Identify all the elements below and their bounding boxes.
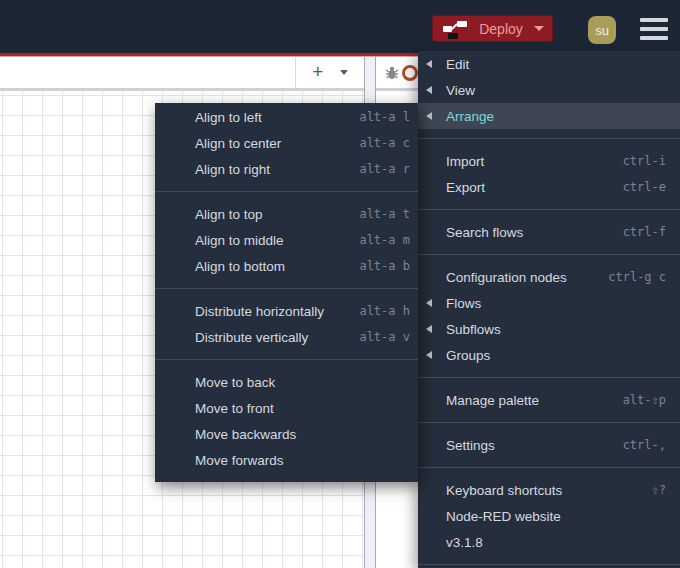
app-header: Deploy su xyxy=(0,0,680,53)
menu-item-arrange[interactable]: Arrange xyxy=(418,103,680,129)
menu-item-align-to-top[interactable]: Align to topalt-a t xyxy=(155,201,418,227)
deploy-options-chevron-icon[interactable] xyxy=(534,26,544,31)
submenu-left-arrow-icon xyxy=(426,325,432,333)
menu-item-view[interactable]: View xyxy=(418,77,680,103)
menu-item-label: Groups xyxy=(446,348,666,363)
debug-tab-icon[interactable] xyxy=(384,65,400,81)
menu-item-label: Align to top xyxy=(195,207,359,222)
user-avatar[interactable]: su xyxy=(588,16,616,44)
menu-item-configuration-nodes[interactable]: Configuration nodesctrl-g c xyxy=(418,264,680,290)
hamburger-bar xyxy=(640,27,668,31)
menu-item-label: Arrange xyxy=(446,109,666,124)
menu-item-shortcut: alt-a h xyxy=(359,304,410,318)
hamburger-bar xyxy=(640,36,668,40)
menu-section: Settingsctrl-, xyxy=(418,423,680,468)
menu-item-edit[interactable]: Edit xyxy=(418,51,680,77)
menu-item-shortcut: ctrl-, xyxy=(623,438,666,452)
menu-item-shortcut: alt-a c xyxy=(359,136,410,150)
menu-item-shortcut: alt-a t xyxy=(359,207,410,221)
menu-item-shortcut: alt-a b xyxy=(359,259,410,273)
menu-section: Align to topalt-a tAlign to middlealt-a … xyxy=(155,192,418,289)
menu-section: EditViewArrange xyxy=(418,51,680,139)
menu-item-shortcut: alt-⇧p xyxy=(623,393,666,407)
menu-item-align-to-left[interactable]: Align to leftalt-a l xyxy=(155,104,418,130)
menu-item-label: Search flows xyxy=(446,225,623,240)
menu-item-import[interactable]: Importctrl-i xyxy=(418,148,680,174)
submenu-left-arrow-icon xyxy=(426,86,432,94)
submenu-left-arrow-icon xyxy=(426,299,432,307)
menu-item-groups[interactable]: Groups xyxy=(418,342,680,368)
menu-item-settings[interactable]: Settingsctrl-, xyxy=(418,432,680,458)
menu-item-distribute-vertically[interactable]: Distribute verticallyalt-a v xyxy=(155,324,418,350)
menu-section: Move to backMove to frontMove backwardsM… xyxy=(155,360,418,482)
main-menu-button[interactable] xyxy=(640,18,668,40)
menu-item-shortcut: ctrl-g c xyxy=(608,270,666,284)
menu-item-keyboard-shortcuts[interactable]: Keyboard shortcuts⇧? xyxy=(418,477,680,503)
menu-item-label: Move forwards xyxy=(195,453,410,468)
submenu-left-arrow-icon xyxy=(426,60,432,68)
menu-item-shortcut: ⇧? xyxy=(652,483,666,497)
menu-item-align-to-center[interactable]: Align to centeralt-a c xyxy=(155,130,418,156)
menu-section: Align to leftalt-a lAlign to centeralt-a… xyxy=(155,103,418,192)
menu-section: Search flowsctrl-f xyxy=(418,210,680,255)
menu-item-flows[interactable]: Flows xyxy=(418,290,680,316)
menu-item-label: Configuration nodes xyxy=(446,270,608,285)
workspace-tabbar: + xyxy=(0,57,364,91)
menu-item-label: Flows xyxy=(446,296,666,311)
menu-item-label: Distribute vertically xyxy=(195,330,359,345)
menu-item-manage-palette[interactable]: Manage palettealt-⇧p xyxy=(418,387,680,413)
menu-item-move-to-back[interactable]: Move to back xyxy=(155,369,418,395)
menu-item-label: Settings xyxy=(446,438,623,453)
menu-item-label: Keyboard shortcuts xyxy=(446,483,652,498)
menu-item-shortcut: ctrl-e xyxy=(623,180,666,194)
menu-item-node-red-website[interactable]: Node-RED website xyxy=(418,503,680,529)
menu-item-label: Align to left xyxy=(195,110,359,125)
menu-item-export[interactable]: Exportctrl-e xyxy=(418,174,680,200)
menu-item-label: Edit xyxy=(446,57,666,72)
menu-item-shortcut: alt-a l xyxy=(359,110,410,124)
submenu-left-arrow-icon xyxy=(426,112,432,120)
menu-item-label: Align to center xyxy=(195,136,359,151)
main-menu-dropdown: EditViewArrangeImportctrl-iExportctrl-eS… xyxy=(418,51,680,568)
menu-item-shortcut: alt-a v xyxy=(359,330,410,344)
deploy-icon xyxy=(442,18,468,40)
menu-item-search-flows[interactable]: Search flowsctrl-f xyxy=(418,219,680,245)
menu-item-label: Move backwards xyxy=(195,427,410,442)
sidebar-notification-badge-icon xyxy=(402,65,418,81)
menu-item-label: v3.1.8 xyxy=(446,535,666,550)
add-flow-button[interactable]: + xyxy=(312,62,323,81)
menu-item-shortcut: ctrl-i xyxy=(623,154,666,168)
menu-item-label: Import xyxy=(446,154,623,169)
menu-item-v3-1-8[interactable]: v3.1.8 xyxy=(418,529,680,555)
menu-item-label: Export xyxy=(446,180,623,195)
menu-item-label: Move to front xyxy=(195,401,410,416)
menu-section: Distribute horizontallyalt-a hDistribute… xyxy=(155,289,418,360)
menu-item-move-backwards[interactable]: Move backwards xyxy=(155,421,418,447)
menu-item-label: Align to middle xyxy=(195,233,359,248)
flow-list-chevron-icon[interactable] xyxy=(340,70,348,75)
menu-item-shortcut: alt-a r xyxy=(359,162,410,176)
menu-item-subflows[interactable]: Subflows xyxy=(418,316,680,342)
menu-item-align-to-right[interactable]: Align to rightalt-a r xyxy=(155,156,418,182)
deploy-button-label: Deploy xyxy=(468,21,534,37)
menu-item-shortcut: ctrl-f xyxy=(623,225,666,239)
menu-section: Configuration nodesctrl-g cFlowsSubflows… xyxy=(418,255,680,378)
menu-item-label: View xyxy=(446,83,666,98)
menu-item-label: Move to back xyxy=(195,375,410,390)
menu-item-label: Subflows xyxy=(446,322,666,337)
menu-item-shortcut: alt-a m xyxy=(359,233,410,247)
submenu-left-arrow-icon xyxy=(426,351,432,359)
menu-section: Importctrl-iExportctrl-e xyxy=(418,139,680,210)
menu-section: Manage palettealt-⇧p xyxy=(418,378,680,423)
menu-item-align-to-bottom[interactable]: Align to bottomalt-a b xyxy=(155,253,418,279)
menu-item-label: Align to right xyxy=(195,162,359,177)
menu-item-align-to-middle[interactable]: Align to middlealt-a m xyxy=(155,227,418,253)
menu-item-move-to-front[interactable]: Move to front xyxy=(155,395,418,421)
menu-item-label: Node-RED website xyxy=(446,509,666,524)
menu-item-move-forwards[interactable]: Move forwards xyxy=(155,447,418,473)
menu-item-label: Distribute horizontally xyxy=(195,304,359,319)
menu-item-label: Manage palette xyxy=(446,393,623,408)
menu-section: Keyboard shortcuts⇧?Node-RED websitev3.1… xyxy=(418,468,680,565)
menu-item-distribute-horizontally[interactable]: Distribute horizontallyalt-a h xyxy=(155,298,418,324)
deploy-button[interactable]: Deploy xyxy=(432,15,553,42)
